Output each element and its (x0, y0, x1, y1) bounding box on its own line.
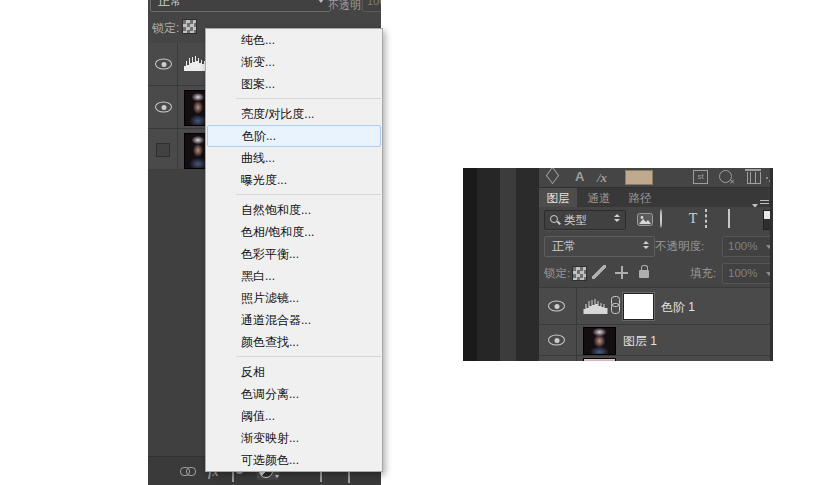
menu-item-color-lookup[interactable]: 颜色查找... (206, 331, 382, 353)
visibility-cell[interactable] (148, 86, 178, 128)
filter-pixel-layers-button[interactable] (635, 210, 655, 228)
lock-pixels-brush-icon[interactable] (592, 265, 606, 279)
menu-item-black-white[interactable]: 黑白... (206, 265, 382, 287)
layer-name[interactable]: 图层 1 (623, 335, 657, 347)
circle-x-icon[interactable] (719, 170, 732, 183)
menu-separator (206, 191, 382, 199)
layer-row-photo-1[interactable]: 图层 1 (539, 324, 773, 355)
filter-adjustment-layers-button[interactable] (660, 210, 680, 228)
blend-mode-dropdown[interactable]: 正常 (544, 236, 655, 257)
menu-item-gradient[interactable]: 渐变... (206, 51, 382, 73)
tab-channels[interactable]: 通道 (580, 188, 618, 208)
eye-icon[interactable] (155, 59, 172, 70)
panel-dock-divider[interactable] (500, 168, 516, 361)
canvas-edge (477, 168, 500, 361)
blend-mode-row: 正常 不透明度: 100% (539, 233, 773, 259)
character-a-icon[interactable]: A (575, 170, 584, 184)
layers-panel: A /x st 图层 通道 路径 类型 (539, 168, 773, 361)
layers-panel-right-fragment: A /x st 图层 通道 路径 类型 (463, 168, 773, 361)
chevron-down-icon (318, 0, 324, 3)
menu-item-color-balance[interactable]: 色彩平衡... (206, 243, 382, 265)
delete-icon[interactable] (747, 172, 761, 184)
panel-bottom-icons-cut: A /x st (539, 168, 773, 186)
updown-arrows-icon (643, 241, 649, 249)
visibility-cell[interactable] (148, 129, 178, 171)
canvas-edge-dark (463, 168, 477, 361)
layer-mask-thumbnail[interactable] (623, 293, 654, 320)
eye-empty-checkbox[interactable] (156, 143, 170, 157)
opacity-dropdown[interactable]: 100% (362, 0, 381, 12)
menu-item-pattern[interactable]: 图案... (206, 73, 382, 95)
opacity-label: 不透明度: (655, 233, 704, 259)
layer-name[interactable]: 色阶 1 (661, 301, 695, 313)
eye-icon[interactable] (548, 335, 565, 346)
fill-dropdown[interactable]: 100% (722, 263, 773, 284)
eye-icon[interactable] (548, 301, 565, 312)
image-icon (637, 213, 653, 226)
updown-arrows-icon (614, 214, 620, 222)
menu-item-exposure[interactable]: 曝光度... (206, 169, 382, 191)
menu-item-levels[interactable]: 色阶... (207, 125, 381, 147)
menu-item-curves[interactable]: 曲线... (206, 147, 382, 169)
visibility-cell[interactable] (539, 288, 577, 324)
blend-mode-value: 正常 (552, 239, 576, 253)
menu-item-selective-color[interactable]: 可选颜色... (206, 449, 382, 471)
shape-icon (705, 209, 707, 228)
filter-shape-layers-button[interactable] (705, 210, 725, 228)
opacity-value: 100% (728, 240, 757, 252)
lock-transparency-icon[interactable] (572, 266, 587, 281)
layer-row-partial[interactable] (539, 355, 773, 361)
opacity-value: 100% (367, 0, 381, 7)
visibility-cell[interactable] (539, 325, 577, 355)
pages-icon (728, 209, 730, 228)
fill-value: 100% (728, 267, 757, 279)
filter-type-layers-button[interactable]: T (683, 210, 703, 228)
filter-smart-objects-button[interactable] (728, 210, 748, 228)
filter-kind-label: 类型 (564, 211, 587, 229)
chevron-down-icon (275, 475, 279, 478)
menu-item-posterize[interactable]: 色调分离... (206, 383, 382, 405)
layer-thumbnail[interactable] (583, 327, 616, 355)
blend-mode-dropdown[interactable]: 正常 (150, 0, 331, 12)
style-clear-icon[interactable] (546, 168, 559, 184)
panel-right-edge (770, 168, 773, 361)
menu-item-hue-saturation[interactable]: 色相/饱和度... (206, 221, 382, 243)
visibility-cell (539, 356, 577, 361)
panel-tab-bar: 图层 通道 路径 (539, 187, 773, 208)
layer-thumbnail-sliver (583, 358, 616, 361)
layer-row-levels-1[interactable]: 色阶 1 (539, 287, 773, 324)
eye-icon[interactable] (155, 102, 172, 113)
levels-adjustment-icon[interactable] (583, 298, 608, 314)
visibility-cell[interactable] (148, 43, 178, 85)
menu-item-vibrance[interactable]: 自然饱和度... (206, 199, 382, 221)
tab-layers[interactable]: 图层 (539, 188, 577, 208)
type-t-icon: T (683, 210, 703, 228)
menu-item-invert[interactable]: 反相 (206, 361, 382, 383)
blend-mode-row: 正常 不透明度: 100% (148, 0, 381, 13)
blend-mode-value: 正常 (158, 0, 182, 8)
style-st-icon[interactable]: st (693, 170, 708, 184)
lock-label: 锁定: (152, 20, 179, 37)
opacity-dropdown[interactable]: 100% (722, 236, 773, 257)
menu-item-photo-filter[interactable]: 照片滤镜... (206, 287, 382, 309)
search-icon (550, 215, 558, 223)
fill-label: 填充: (690, 260, 716, 286)
lock-position-icon[interactable] (615, 266, 628, 279)
adjustment-layer-menu: 纯色...渐变...图案...亮度/对比度...色阶...曲线...曝光度...… (205, 28, 383, 472)
adjustment-circle-icon (660, 209, 662, 228)
fx-icon[interactable]: /x (597, 171, 607, 184)
mask-link-icon[interactable] (610, 296, 619, 314)
tab-paths[interactable]: 路径 (621, 188, 659, 208)
menu-item-gradient-map[interactable]: 渐变映射... (206, 427, 382, 449)
menu-item-channel-mixer[interactable]: 通道混合器... (206, 309, 382, 331)
panel-gap (516, 168, 539, 361)
menu-item-brightness-contrast[interactable]: 亮度/对比度... (206, 103, 382, 125)
color-swatch[interactable] (625, 170, 653, 185)
lock-all-icon[interactable] (639, 270, 649, 278)
lock-row: 锁定: 填充: 100% (539, 260, 773, 286)
menu-separator (206, 353, 382, 361)
filter-kind-dropdown[interactable]: 类型 (544, 210, 626, 230)
menu-item-threshold[interactable]: 阈值... (206, 405, 382, 427)
lock-transparency-icon[interactable] (182, 19, 197, 34)
menu-item-solid-color[interactable]: 纯色... (206, 29, 382, 51)
